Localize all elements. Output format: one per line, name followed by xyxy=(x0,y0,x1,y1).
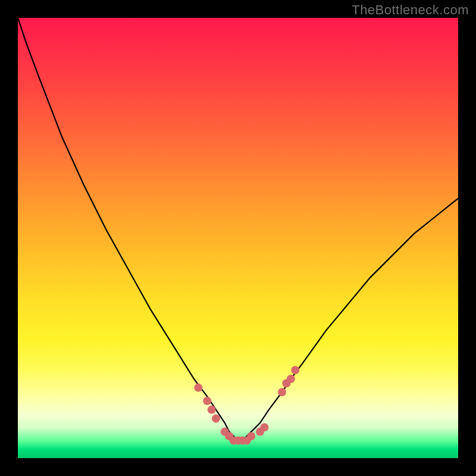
marker-point xyxy=(203,397,211,405)
marker-point xyxy=(212,414,220,422)
bottleneck-curve xyxy=(18,18,458,440)
highlighted-points xyxy=(194,366,299,444)
marker-point xyxy=(247,432,255,440)
chart-frame: TheBottleneck.com xyxy=(0,0,476,476)
marker-point xyxy=(287,375,295,383)
plot-area xyxy=(18,18,458,458)
chart-svg xyxy=(18,18,458,458)
marker-point xyxy=(260,423,268,431)
marker-point xyxy=(278,388,286,396)
marker-point xyxy=(208,406,216,414)
marker-point xyxy=(194,384,202,392)
marker-point xyxy=(291,366,299,374)
watermark-text: TheBottleneck.com xyxy=(352,2,469,18)
